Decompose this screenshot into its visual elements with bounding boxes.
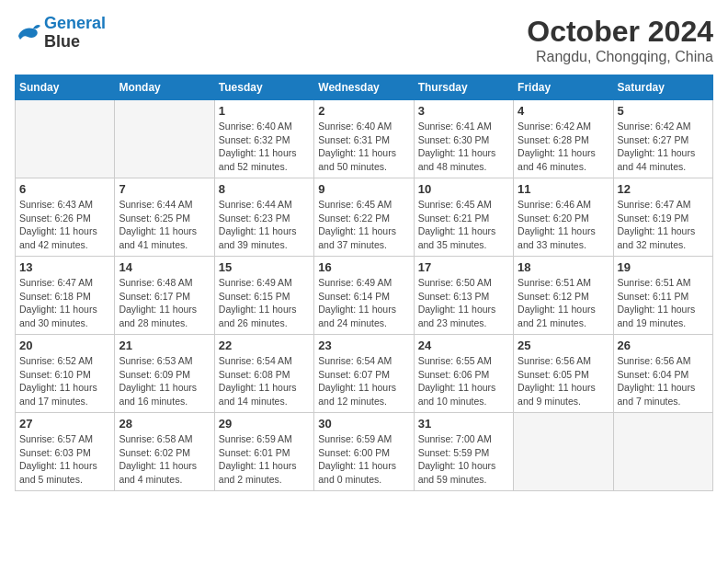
calendar-day-cell: 2Sunrise: 6:40 AM Sunset: 6:31 PM Daylig… bbox=[314, 100, 414, 178]
calendar-day-cell bbox=[514, 413, 613, 491]
day-info: Sunrise: 6:56 AM Sunset: 6:05 PM Dayligh… bbox=[518, 354, 609, 408]
day-of-week-header: Monday bbox=[115, 75, 214, 100]
day-info: Sunrise: 6:45 AM Sunset: 6:22 PM Dayligh… bbox=[318, 198, 409, 252]
day-info: Sunrise: 6:45 AM Sunset: 6:21 PM Dayligh… bbox=[418, 198, 509, 252]
calendar-day-cell: 23Sunrise: 6:54 AM Sunset: 6:07 PM Dayli… bbox=[314, 335, 414, 413]
day-number: 7 bbox=[119, 182, 210, 196]
day-number: 24 bbox=[418, 339, 509, 352]
calendar-day-cell: 28Sunrise: 6:58 AM Sunset: 6:02 PM Dayli… bbox=[115, 413, 214, 491]
logo-bird-icon bbox=[15, 23, 40, 43]
day-number: 14 bbox=[119, 260, 210, 274]
calendar-day-cell: 30Sunrise: 6:59 AM Sunset: 6:00 PM Dayli… bbox=[314, 413, 414, 491]
day-info: Sunrise: 6:43 AM Sunset: 6:26 PM Dayligh… bbox=[19, 198, 110, 252]
day-number: 30 bbox=[318, 417, 409, 431]
calendar-table: SundayMondayTuesdayWednesdayThursdayFrid… bbox=[15, 75, 713, 491]
day-number: 23 bbox=[318, 339, 409, 352]
day-of-week-header: Thursday bbox=[414, 75, 513, 100]
calendar-day-cell: 11Sunrise: 6:46 AM Sunset: 6:20 PM Dayli… bbox=[514, 178, 613, 257]
day-info: Sunrise: 6:48 AM Sunset: 6:17 PM Dayligh… bbox=[119, 276, 210, 330]
day-number: 17 bbox=[418, 260, 509, 274]
day-info: Sunrise: 6:51 AM Sunset: 6:11 PM Dayligh… bbox=[618, 276, 709, 330]
day-info: Sunrise: 6:57 AM Sunset: 6:03 PM Dayligh… bbox=[19, 432, 110, 487]
day-info: Sunrise: 6:58 AM Sunset: 6:02 PM Dayligh… bbox=[119, 432, 210, 487]
day-info: Sunrise: 7:00 AM Sunset: 5:59 PM Dayligh… bbox=[418, 432, 509, 487]
day-info: Sunrise: 6:42 AM Sunset: 6:28 PM Dayligh… bbox=[518, 120, 609, 174]
day-info: Sunrise: 6:55 AM Sunset: 6:06 PM Dayligh… bbox=[418, 354, 509, 408]
calendar-day-cell: 5Sunrise: 6:42 AM Sunset: 6:27 PM Daylig… bbox=[613, 100, 712, 178]
day-info: Sunrise: 6:49 AM Sunset: 6:14 PM Dayligh… bbox=[318, 276, 409, 330]
day-of-week-header: Friday bbox=[514, 75, 613, 100]
calendar-day-cell: 27Sunrise: 6:57 AM Sunset: 6:03 PM Dayli… bbox=[16, 413, 115, 491]
day-number: 22 bbox=[219, 339, 310, 352]
calendar-week-row: 6Sunrise: 6:43 AM Sunset: 6:26 PM Daylig… bbox=[16, 178, 713, 257]
day-number: 4 bbox=[518, 104, 609, 118]
calendar-day-cell: 18Sunrise: 6:51 AM Sunset: 6:12 PM Dayli… bbox=[514, 257, 613, 335]
title-block: October 2024 Rangdu, Chongqing, China bbox=[527, 15, 713, 65]
calendar-day-cell: 7Sunrise: 6:44 AM Sunset: 6:25 PM Daylig… bbox=[115, 178, 214, 257]
logo-line2: Blue bbox=[44, 33, 106, 52]
calendar-day-cell: 22Sunrise: 6:54 AM Sunset: 6:08 PM Dayli… bbox=[214, 335, 313, 413]
calendar-week-row: 20Sunrise: 6:52 AM Sunset: 6:10 PM Dayli… bbox=[16, 335, 713, 413]
header-row: SundayMondayTuesdayWednesdayThursdayFrid… bbox=[16, 75, 713, 100]
calendar-day-cell: 9Sunrise: 6:45 AM Sunset: 6:22 PM Daylig… bbox=[314, 178, 414, 257]
calendar-day-cell: 6Sunrise: 6:43 AM Sunset: 6:26 PM Daylig… bbox=[16, 178, 115, 257]
day-number: 12 bbox=[618, 182, 709, 196]
day-info: Sunrise: 6:42 AM Sunset: 6:27 PM Dayligh… bbox=[618, 120, 709, 174]
day-number: 19 bbox=[618, 260, 709, 274]
calendar-day-cell: 4Sunrise: 6:42 AM Sunset: 6:28 PM Daylig… bbox=[514, 100, 613, 178]
calendar-day-cell: 25Sunrise: 6:56 AM Sunset: 6:05 PM Dayli… bbox=[514, 335, 613, 413]
day-number: 9 bbox=[318, 182, 409, 196]
calendar-day-cell: 12Sunrise: 6:47 AM Sunset: 6:19 PM Dayli… bbox=[613, 178, 712, 257]
day-number: 13 bbox=[19, 260, 110, 274]
calendar-day-cell bbox=[115, 100, 214, 178]
calendar-day-cell: 21Sunrise: 6:53 AM Sunset: 6:09 PM Dayli… bbox=[115, 335, 214, 413]
day-info: Sunrise: 6:40 AM Sunset: 6:31 PM Dayligh… bbox=[318, 120, 409, 174]
calendar-day-cell: 19Sunrise: 6:51 AM Sunset: 6:11 PM Dayli… bbox=[613, 257, 712, 335]
calendar-body: 1Sunrise: 6:40 AM Sunset: 6:32 PM Daylig… bbox=[16, 100, 713, 491]
calendar-week-row: 27Sunrise: 6:57 AM Sunset: 6:03 PM Dayli… bbox=[16, 413, 713, 491]
day-number: 15 bbox=[219, 260, 310, 274]
day-info: Sunrise: 6:54 AM Sunset: 6:08 PM Dayligh… bbox=[219, 354, 310, 408]
logo-line1: General bbox=[44, 14, 106, 32]
day-info: Sunrise: 6:59 AM Sunset: 6:00 PM Dayligh… bbox=[318, 432, 409, 487]
day-info: Sunrise: 6:46 AM Sunset: 6:20 PM Dayligh… bbox=[518, 198, 609, 252]
calendar-header: SundayMondayTuesdayWednesdayThursdayFrid… bbox=[16, 75, 713, 100]
day-info: Sunrise: 6:54 AM Sunset: 6:07 PM Dayligh… bbox=[318, 354, 409, 408]
logo-text: General Blue bbox=[44, 15, 106, 52]
day-info: Sunrise: 6:51 AM Sunset: 6:12 PM Dayligh… bbox=[518, 276, 609, 330]
day-number: 25 bbox=[518, 339, 609, 352]
day-number: 3 bbox=[418, 104, 509, 118]
day-number: 29 bbox=[219, 417, 310, 431]
day-info: Sunrise: 6:49 AM Sunset: 6:15 PM Dayligh… bbox=[219, 276, 310, 330]
day-info: Sunrise: 6:50 AM Sunset: 6:13 PM Dayligh… bbox=[418, 276, 509, 330]
month-title: October 2024 bbox=[527, 15, 713, 49]
day-number: 2 bbox=[318, 104, 409, 118]
calendar-day-cell: 13Sunrise: 6:47 AM Sunset: 6:18 PM Dayli… bbox=[16, 257, 115, 335]
day-info: Sunrise: 6:44 AM Sunset: 6:23 PM Dayligh… bbox=[219, 198, 310, 252]
day-number: 11 bbox=[518, 182, 609, 196]
day-of-week-header: Saturday bbox=[613, 75, 712, 100]
calendar-day-cell bbox=[613, 413, 712, 491]
calendar-day-cell: 31Sunrise: 7:00 AM Sunset: 5:59 PM Dayli… bbox=[414, 413, 513, 491]
calendar-week-row: 13Sunrise: 6:47 AM Sunset: 6:18 PM Dayli… bbox=[16, 257, 713, 335]
day-of-week-header: Sunday bbox=[16, 75, 115, 100]
day-info: Sunrise: 6:56 AM Sunset: 6:04 PM Dayligh… bbox=[618, 354, 709, 408]
location: Rangdu, Chongqing, China bbox=[527, 49, 713, 65]
day-info: Sunrise: 6:59 AM Sunset: 6:01 PM Dayligh… bbox=[219, 432, 310, 487]
calendar-day-cell: 29Sunrise: 6:59 AM Sunset: 6:01 PM Dayli… bbox=[214, 413, 313, 491]
calendar-day-cell: 20Sunrise: 6:52 AM Sunset: 6:10 PM Dayli… bbox=[16, 335, 115, 413]
day-number: 1 bbox=[219, 104, 310, 118]
day-number: 5 bbox=[618, 104, 709, 118]
day-number: 28 bbox=[119, 417, 210, 431]
day-number: 18 bbox=[518, 260, 609, 274]
calendar-day-cell: 3Sunrise: 6:41 AM Sunset: 6:30 PM Daylig… bbox=[414, 100, 513, 178]
calendar-day-cell: 24Sunrise: 6:55 AM Sunset: 6:06 PM Dayli… bbox=[414, 335, 513, 413]
day-number: 26 bbox=[618, 339, 709, 352]
day-info: Sunrise: 6:53 AM Sunset: 6:09 PM Dayligh… bbox=[119, 354, 210, 408]
day-number: 20 bbox=[19, 339, 110, 352]
day-number: 10 bbox=[418, 182, 509, 196]
calendar-day-cell: 1Sunrise: 6:40 AM Sunset: 6:32 PM Daylig… bbox=[214, 100, 313, 178]
calendar-day-cell: 16Sunrise: 6:49 AM Sunset: 6:14 PM Dayli… bbox=[314, 257, 414, 335]
page-header: General Blue October 2024 Rangdu, Chongq… bbox=[15, 15, 713, 65]
calendar-day-cell bbox=[16, 100, 115, 178]
